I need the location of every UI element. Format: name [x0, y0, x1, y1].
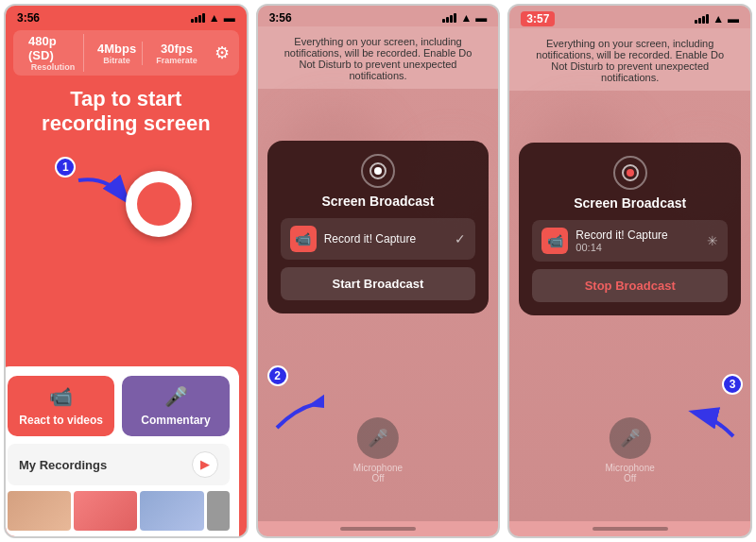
broadcast-title-text-3: Screen Broadcast	[574, 195, 686, 211]
broadcast-dot-3	[627, 169, 634, 177]
home-indicator-2	[258, 521, 499, 536]
wifi-icon-2: ▲	[460, 11, 472, 25]
record-area: 1	[50, 152, 201, 256]
broadcast-dot-2	[374, 167, 382, 175]
app-icon-2: 📹	[290, 226, 317, 252]
recordings-row[interactable]: My Recordings ▶	[8, 444, 230, 485]
broadcast-icon-2	[361, 154, 395, 188]
broadcast-overlay-3: Screen Broadcast 📹 Record it! Capture 00…	[519, 143, 741, 315]
status-icons-1: ▲ ▬	[191, 11, 235, 25]
app-row-2: 📹 Record it! Capture ✓	[281, 218, 476, 260]
commentary-button[interactable]: 🎤 Commentary	[122, 376, 229, 436]
step2-annotation: 2	[267, 365, 324, 441]
cellular-icon	[191, 13, 205, 23]
bitrate-setting[interactable]: 4Mbps Bitrate	[92, 42, 143, 65]
p1-title: Tap to start recording screen	[42, 87, 211, 137]
p1-main-content: Tap to start recording screen 1	[6, 79, 247, 536]
broadcast-title-row-2: Screen Broadcast	[281, 154, 476, 209]
phone-panel-1: 3:56 ▲ ▬ 480p (SD) Resolution 4Mbps Bitr…	[4, 4, 249, 538]
mic-bottom-2: 🎤 MicrophoneOff	[353, 417, 403, 483]
react-icon: 📹	[49, 385, 73, 408]
app-row-left-2: 📹 Record it! Capture	[290, 226, 416, 252]
thumbnail-3	[140, 491, 203, 531]
mic-circle-3: 🎤	[610, 417, 651, 459]
record-button[interactable]	[126, 171, 192, 237]
status-icons-2: ▲ ▬	[442, 11, 487, 25]
battery-icon-2: ▬	[475, 11, 487, 25]
broadcast-icon-inner-2	[369, 162, 387, 179]
battery-icon: ▬	[224, 11, 235, 25]
record-button-inner	[134, 179, 183, 229]
app-row-left-3: 📹 Record it! Capture 00:14	[541, 228, 667, 254]
broadcast-icon-3	[613, 156, 647, 190]
p3-body: Everything on your screen, including not…	[509, 28, 750, 536]
status-bar-3: 3:57 ▲ ▬	[509, 6, 750, 28]
broadcast-title-text-2: Screen Broadcast	[321, 194, 434, 209]
mic-icon: 🎤	[164, 385, 188, 408]
app-name-3: Record it! Capture	[576, 229, 667, 242]
broadcast-icon-inner-3	[622, 164, 639, 181]
home-indicator-3	[509, 521, 750, 536]
app-row-3: 📹 Record it! Capture 00:14 ✳	[532, 220, 728, 262]
status-bar-1: 3:56 ▲ ▬	[6, 6, 247, 26]
battery-icon-3: ▬	[728, 12, 739, 25]
thumbnail-4	[207, 491, 230, 531]
phone-panel-3: 3:57 ▲ ▬ Everything on your screen, incl…	[507, 4, 752, 538]
app-info-3: Record it! Capture 00:14	[576, 229, 667, 253]
step3-badge: 3	[722, 374, 743, 395]
blurred-bg-2: Screen Broadcast 📹 Record it! Capture ✓ …	[258, 89, 499, 521]
bottom-panel: 📹 React to videos 🎤 Commentary My Record…	[4, 366, 239, 536]
react-to-videos-button[interactable]: 📹 React to videos	[8, 376, 114, 436]
broadcast-title-row-3: Screen Broadcast	[532, 156, 728, 211]
blurred-bg-3: Screen Broadcast 📹 Record it! Capture 00…	[509, 91, 750, 521]
notification-text-3: Everything on your screen, including not…	[509, 28, 750, 91]
resolution-setting[interactable]: 480p (SD) Resolution	[23, 34, 84, 72]
cellular-icon-2	[442, 13, 456, 23]
wifi-icon-3: ▲	[713, 12, 724, 25]
step3-arrow	[686, 398, 743, 446]
status-time-3: 3:57	[521, 11, 555, 26]
status-icons-3: ▲ ▬	[695, 12, 739, 25]
mic-circle-2: 🎤	[357, 417, 399, 459]
broadcast-overlay-2: Screen Broadcast 📹 Record it! Capture ✓ …	[267, 141, 490, 313]
mic-label-3: MicrophoneOff	[606, 463, 655, 483]
status-time-2: 3:56	[269, 11, 292, 25]
cellular-icon-3	[695, 14, 709, 24]
step3-annotation: 3	[686, 374, 743, 446]
start-broadcast-btn[interactable]: Start Broadcast	[281, 267, 476, 300]
thumbnail-2	[74, 491, 137, 531]
framerate-setting[interactable]: 30fps Framerate	[150, 42, 203, 65]
status-bar-2: 3:56 ▲ ▬	[258, 6, 499, 26]
phone-panel-2: 3:56 ▲ ▬ Everything on your screen, incl…	[256, 4, 501, 538]
stop-broadcast-btn[interactable]: Stop Broadcast	[532, 269, 728, 302]
checkmark-2: ✓	[455, 231, 466, 246]
step1-badge: 1	[55, 157, 76, 178]
gear-icon[interactable]: ⚙	[215, 42, 230, 63]
timer-3: 00:14	[576, 242, 667, 253]
app-icon-3: 📹	[541, 228, 568, 254]
p2-body: Everything on your screen, including not…	[258, 26, 499, 536]
home-bar-3	[593, 527, 668, 531]
home-bar-2	[340, 527, 416, 531]
notification-text-2: Everything on your screen, including not…	[258, 26, 499, 89]
thumbnails-row	[8, 491, 230, 531]
step2-badge: 2	[267, 365, 288, 386]
thumbnail-1	[8, 491, 71, 531]
recordings-play-button[interactable]: ▶	[192, 451, 218, 478]
mic-label-2: MicrophoneOff	[353, 463, 403, 483]
settings-row: 480p (SD) Resolution 4Mbps Bitrate 30fps…	[13, 30, 239, 76]
loading-icon-3: ✳	[707, 233, 718, 248]
app-name-2: Record it! Capture	[324, 232, 416, 246]
mic-bottom-3: 🎤 MicrophoneOff	[606, 417, 655, 483]
wifi-icon: ▲	[209, 11, 220, 25]
status-time-1: 3:56	[17, 11, 40, 25]
feature-buttons: 📹 React to videos 🎤 Commentary	[8, 376, 230, 436]
step2-arrow	[267, 390, 324, 437]
